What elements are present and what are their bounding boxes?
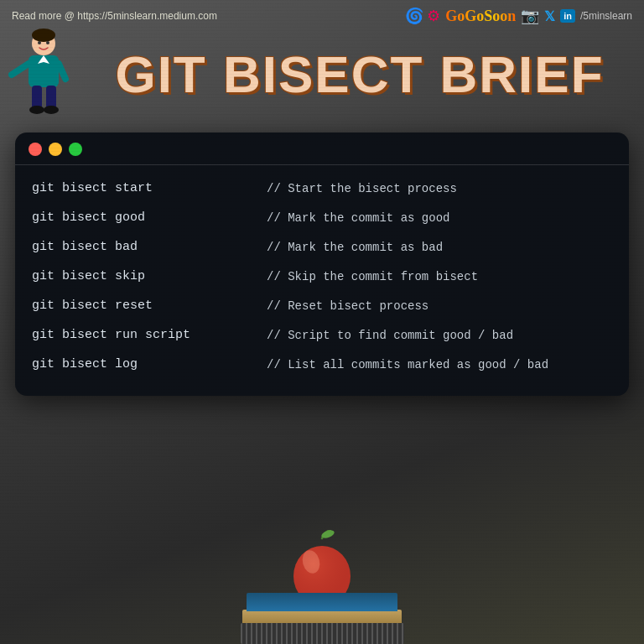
page-title: GIT BISECT BRIEF (92, 49, 627, 101)
command-row: git bisect bad// Mark the commit as bad (15, 232, 629, 262)
command-comment: // Mark the commit as good (267, 211, 449, 225)
dot-yellow (49, 143, 62, 156)
twitter-icon: 𝕏 (544, 8, 555, 24)
command-row: git bisect good// Mark the commit as goo… (15, 203, 629, 232)
bottom-scene (0, 510, 644, 644)
top-bar: Read more @ https://5minslearn.medium.co… (0, 0, 644, 29)
command-text: git bisect log (32, 357, 267, 371)
instagram-icon: 📷 (521, 7, 539, 25)
svg-point-11 (46, 41, 49, 44)
social-icons: 🌀 ⚙ (405, 7, 440, 25)
spiral-icon: 🌀 (405, 7, 423, 25)
background: Read more @ https://5minslearn.medium.co… (0, 0, 644, 644)
dot-green (69, 143, 82, 156)
command-comment: // Mark the commit as bad (267, 241, 443, 254)
command-comment: // Start the bisect process (267, 182, 457, 195)
command-row: git bisect skip// Skip the commit from b… (15, 262, 629, 291)
readmore-text: Read more @ https://5minslearn.medium.co… (12, 10, 217, 22)
svg-line-8 (12, 64, 29, 75)
svg-point-10 (38, 41, 41, 44)
svg-point-6 (29, 106, 44, 114)
terminal-card: git bisect start// Start the bisect proc… (15, 132, 629, 396)
command-row: git bisect run script// Script to find c… (15, 320, 629, 350)
command-text: git bisect start (32, 181, 267, 195)
command-text: git bisect run script (32, 328, 267, 342)
go-icon: ⚙ (427, 7, 440, 25)
person-figure (8, 29, 84, 121)
dot-red (29, 143, 42, 156)
command-comment: // Script to find commit good / bad (267, 329, 513, 342)
command-row: git bisect reset// Reset bisect process (15, 291, 629, 320)
divider (15, 164, 629, 165)
svg-rect-4 (32, 86, 42, 109)
command-row: git bisect start// Start the bisect proc… (15, 174, 629, 203)
svg-point-7 (44, 106, 59, 114)
svg-rect-5 (46, 86, 56, 109)
command-comment: // List all commits marked as good / bad (267, 358, 548, 371)
books-stack (241, 593, 404, 644)
command-comment: // Skip the commit from bisect (267, 270, 478, 283)
terminal-titlebar (15, 132, 629, 164)
command-text: git bisect skip (32, 269, 267, 283)
social-handle: /5minslearn (580, 10, 632, 22)
command-list: git bisect start// Start the bisect proc… (15, 170, 629, 382)
header-area: GIT BISECT BRIEF (0, 29, 644, 129)
svg-line-9 (59, 64, 65, 79)
command-row: git bisect log// List all commits marked… (15, 350, 629, 379)
notebook (241, 623, 404, 644)
command-text: git bisect good (32, 210, 267, 225)
command-comment: // Reset bisect process (267, 299, 428, 313)
command-text: git bisect bad (32, 240, 267, 254)
brand-name: GoGoSoon (445, 8, 516, 25)
social-bar: 🌀 ⚙ GoGoSoon 📷 𝕏 in /5minslearn (405, 7, 632, 25)
svg-point-1 (32, 29, 55, 42)
book-blue (247, 593, 397, 611)
command-text: git bisect reset (32, 299, 267, 313)
linkedin-icon: in (560, 9, 575, 23)
